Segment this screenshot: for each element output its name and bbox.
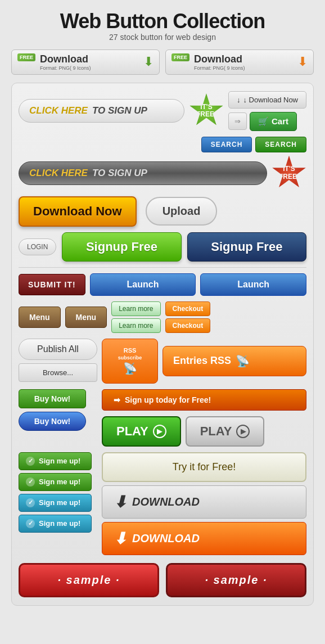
dl-sub-label-2: Format: PNG( 9 Icons) <box>194 65 245 71</box>
download-orange-button[interactable]: ⬇ DOWNLOAD <box>102 522 306 555</box>
sample-darkred-button[interactable]: · sample · <box>166 563 306 597</box>
sample-red-button[interactable]: · sample · <box>19 563 159 597</box>
checkout-group: Checkout Checkout <box>165 301 211 333</box>
play-circle-green-icon: ▶ <box>153 425 166 438</box>
login-button[interactable]: LOGIN <box>19 238 56 255</box>
left-col-signmeup: ✓ Sign me up! ✓ Sign me up! ✓ Sign me up… <box>19 452 97 533</box>
dl-arrow-gray-icon: ⬇ <box>114 493 127 511</box>
search-button-2[interactable]: SEARCH <box>255 137 306 152</box>
right-col-signup-today: ➡ Sign up today for Free! PLAY ▶ PLAY ▶ <box>102 389 306 447</box>
row-signup-free: LOGIN Signup Free Signup Free <box>19 232 306 262</box>
sign-me-up-label-1: Sign me up! <box>39 457 80 465</box>
sign-me-up-label-4: Sign me up! <box>39 519 80 528</box>
download-gray-button[interactable]: ⬇ DOWNLOAD <box>102 485 306 519</box>
page-subtitle: 27 stock button for web design <box>109 33 216 42</box>
right-col-try-dl: Try it for Free! ⬇ DOWNLOAD ⬇ DOWNLOAD <box>102 452 306 555</box>
menu-button-1[interactable]: Menu <box>19 307 61 328</box>
rss-subscribe-button[interactable]: RSS subscribe 📡 <box>102 339 158 384</box>
left-col-buy: Buy Now! Buy Now! <box>19 389 97 431</box>
buy-now-green-button[interactable]: Buy Now! <box>19 389 86 408</box>
click-here-label: CLICK HERE <box>29 105 88 116</box>
check-icon-2: ✓ <box>26 478 35 487</box>
row-sample: · sample · · sample · <box>19 563 306 597</box>
row-submit-launch: SUBMIT IT! Launch Launch <box>19 273 306 296</box>
free-starburst-red[interactable]: IT'SFREE! <box>272 156 306 191</box>
upload-button[interactable]: Upload <box>146 197 218 226</box>
download-banner-green[interactable]: FREE Download Format: PNG( 9 Icons) ⬇ <box>11 49 160 75</box>
launch-button-2[interactable]: Launch <box>200 273 306 296</box>
dl-text-green: Download Format: PNG( 9 Icons) <box>40 53 91 71</box>
row-dl-upload: Download Now Upload <box>19 196 306 227</box>
to-sign-up-dark-label: TO SIGN UP <box>92 168 147 179</box>
signup-free-green-button[interactable]: Signup Free <box>62 232 181 262</box>
play-circle-gray-icon: ▶ <box>236 425 250 438</box>
row-search: SEARCH SEARCH <box>19 137 306 152</box>
dl-main-label: Download <box>40 53 91 65</box>
sign-me-up-cyan-1[interactable]: ✓ Sign me up! <box>19 494 92 512</box>
row-signmeup-try: ✓ Sign me up! ✓ Sign me up! ✓ Sign me up… <box>19 452 306 555</box>
learn-more-button-2[interactable]: Learn more <box>111 318 160 333</box>
download-now-text: ↓ Download Now <box>243 96 298 104</box>
down-arrow-green-icon: ⬇ <box>143 55 154 69</box>
main-area: CLICK HERE TO SIGN UP IT'SFREE! ↓ ↓ Down… <box>11 83 314 606</box>
dl-arrow-orange-icon: ⬇ <box>114 529 127 548</box>
down-arrow-orange-icon: ⬇ <box>297 55 308 69</box>
dl-main-label-2: Download <box>194 53 245 65</box>
right-btn-group: ↓ ↓ Download Now ⇒ 🛒 Cart <box>228 91 306 131</box>
signup-today-button[interactable]: ➡ Sign up today for Free! <box>102 389 306 411</box>
arrow-right-button[interactable]: ⇒ <box>228 112 247 130</box>
check-icon-1: ✓ <box>26 457 35 466</box>
cart-button[interactable]: 🛒 Cart <box>250 112 297 131</box>
browse-button[interactable]: Browse... <box>19 363 97 382</box>
rss-label: RSS <box>124 347 137 354</box>
signup-btn-dark[interactable]: CLICK HERE TO SIGN UP <box>19 161 267 185</box>
checkout-button-1[interactable]: Checkout <box>165 301 211 316</box>
download-now-orange-button[interactable]: Download Now <box>19 196 137 227</box>
its-free-label: IT'SFREE! <box>196 103 216 118</box>
launch-button-1[interactable]: Launch <box>90 273 196 296</box>
download-banner-orange[interactable]: FREE Download Format: PNG( 9 Icons) ⬇ <box>165 49 314 75</box>
cart-row: ⇒ 🛒 Cart <box>228 112 306 131</box>
signup-free-darkblue-button[interactable]: Signup Free <box>187 232 306 262</box>
divider-1 <box>19 267 306 268</box>
download-now-button[interactable]: ↓ ↓ Download Now <box>228 91 306 109</box>
its-free-red-label: IT'SFREE! <box>279 165 299 180</box>
row-signup-1: CLICK HERE TO SIGN UP IT'SFREE! ↓ ↓ Down… <box>19 91 306 131</box>
signup-today-text: Sign up today for Free! <box>125 395 211 404</box>
sign-me-up-cyan-2[interactable]: ✓ Sign me up! <box>19 515 92 533</box>
rss-wave-icon: 📡 <box>236 354 250 368</box>
page-title: Web Button Collection <box>60 10 265 33</box>
free-starburst-green[interactable]: IT'SFREE! <box>189 93 224 128</box>
click-here-dark-label: CLICK HERE <box>29 168 88 179</box>
learn-more-group: Learn more Learn more <box>111 301 160 333</box>
to-sign-up-label: TO SIGN UP <box>92 105 147 116</box>
right-col-rss: RSS subscribe 📡 Entries RSS 📡 <box>102 339 306 384</box>
rss-icon: 📡 <box>123 362 137 375</box>
sign-me-up-label-2: Sign me up! <box>39 478 80 486</box>
learn-more-button-1[interactable]: Learn more <box>111 301 160 316</box>
cart-label: Cart <box>272 116 288 126</box>
buy-now-blue-button[interactable]: Buy Now! <box>19 412 86 431</box>
try-free-button[interactable]: Try it for Free! <box>102 452 306 482</box>
play-row: PLAY ▶ PLAY ▶ <box>102 416 306 447</box>
rss-sub-label: subscribe <box>118 355 142 361</box>
down-arrow-icon: ↓ <box>237 96 241 104</box>
search-button-1[interactable]: SEARCH <box>201 137 252 152</box>
cart-icon: 🛒 <box>258 116 269 127</box>
sign-me-up-label-3: Sign me up! <box>39 498 80 507</box>
play-gray-button[interactable]: PLAY ▶ <box>186 416 265 447</box>
submit-button[interactable]: SUBMIT IT! <box>19 274 85 295</box>
entries-rss-button[interactable]: Entries RSS 📡 <box>162 346 306 376</box>
menu-button-2[interactable]: Menu <box>65 307 107 328</box>
arrow-right-icon: ➡ <box>114 395 120 404</box>
entries-rss-label: Entries RSS <box>173 355 231 367</box>
publish-all-button[interactable]: Publish All <box>19 339 97 360</box>
dl-sub-label: Format: PNG( 9 Icons) <box>40 65 91 71</box>
download-orange-label: DOWNLOAD <box>132 532 200 545</box>
play-green-button[interactable]: PLAY ▶ <box>102 416 181 447</box>
sign-me-up-green-1[interactable]: ✓ Sign me up! <box>19 452 92 470</box>
checkout-button-2[interactable]: Checkout <box>165 318 211 333</box>
sign-me-up-green-2[interactable]: ✓ Sign me up! <box>19 473 92 491</box>
free-badge-green: FREE <box>17 53 35 61</box>
signup-btn-light[interactable]: CLICK HERE TO SIGN UP <box>19 99 184 123</box>
